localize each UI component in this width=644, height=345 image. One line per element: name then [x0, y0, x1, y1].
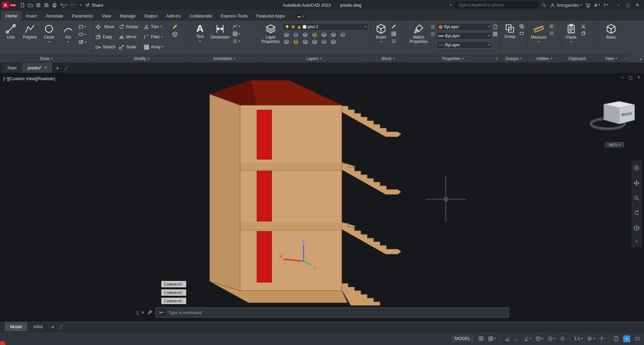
- stair-flight-3[interactable]: [342, 106, 401, 137]
- layout-tab-model[interactable]: Model: [5, 322, 27, 331]
- tab-parametric[interactable]: Parametric: [67, 11, 97, 21]
- steering-icon[interactable]: [634, 225, 640, 231]
- open-icon[interactable]: [28, 3, 33, 8]
- object-snap-toggle[interactable]: ▾: [548, 336, 555, 341]
- command-bar-grip[interactable]: ⣿: [136, 310, 139, 315]
- properties-palette-icon[interactable]: [493, 24, 498, 30]
- ribbon-collapse-icon[interactable]: ▴: [640, 58, 641, 60]
- layer-lock-tool-icon[interactable]: [312, 32, 317, 38]
- door-floor-1[interactable]: [257, 231, 272, 282]
- search-input[interactable]: [455, 2, 538, 8]
- file-tab-start[interactable]: Start: [2, 63, 22, 73]
- block-editor-button[interactable]: [391, 24, 396, 29]
- tab-view[interactable]: View: [97, 11, 115, 21]
- door-floor-2[interactable]: [257, 171, 272, 221]
- tab-collaborate[interactable]: Collaborate: [185, 11, 216, 21]
- annotation-visibility-toggle[interactable]: ▾: [587, 336, 595, 341]
- file-tab-predio[interactable]: predio* ×: [22, 63, 52, 73]
- leader-button[interactable]: ▾: [232, 24, 240, 29]
- polar-tracking-toggle[interactable]: ▾: [524, 336, 531, 341]
- command-bar-close-icon[interactable]: ×: [142, 310, 144, 315]
- layer-select[interactable]: piso 2 ▾: [283, 23, 368, 31]
- text-button[interactable]: A Text ▾: [192, 22, 208, 55]
- tab-insert[interactable]: Insert: [22, 11, 42, 21]
- new-drawing-icon[interactable]: [20, 3, 25, 8]
- layer-delete-icon[interactable]: [331, 39, 336, 45]
- ortho-toggle[interactable]: ∟: [515, 336, 519, 341]
- match-properties-button[interactable]: Match Properties: [408, 22, 429, 55]
- quick-calc-button[interactable]: [549, 31, 554, 36]
- stretch-button[interactable]: Stretch: [95, 44, 118, 50]
- model-space[interactable]: X Z Y BACK: [0, 73, 644, 321]
- annotation-more-button[interactable]: ▾: [232, 39, 240, 44]
- layer-properties-button[interactable]: Layer Properties: [260, 22, 282, 55]
- undo-button[interactable]: ▾: [60, 3, 67, 8]
- tab-output[interactable]: Output: [140, 11, 162, 21]
- group-edit-button[interactable]: [519, 31, 524, 36]
- layer-match-icon[interactable]: [321, 32, 327, 38]
- move-button[interactable]: Move: [95, 24, 118, 30]
- stair-flight-1[interactable]: [342, 223, 401, 254]
- panel-label-properties[interactable]: Properties▾↘: [406, 55, 499, 62]
- save-as-icon[interactable]: [44, 3, 49, 8]
- annotation-scale-select[interactable]: 1:1▾: [574, 336, 583, 341]
- ellipse-button[interactable]: ▾: [78, 32, 86, 37]
- share-button[interactable]: Share: [85, 3, 103, 8]
- lineweight-select[interactable]: ByLayer ▾: [436, 32, 492, 40]
- tab-annotate[interactable]: Annotate: [41, 11, 67, 21]
- left-wall[interactable]: [210, 94, 240, 291]
- properties-list-icon[interactable]: [430, 24, 435, 30]
- circle-button[interactable]: Circle ▾: [40, 22, 58, 55]
- drawing-close-icon[interactable]: ×: [638, 75, 640, 80]
- model-space-toggle[interactable]: MODEL: [451, 335, 474, 342]
- tab-featured-apps[interactable]: Featured Apps: [252, 11, 289, 21]
- command-input[interactable]: [168, 310, 508, 315]
- stair-flight-2[interactable]: [342, 164, 401, 194]
- group-button[interactable]: Group: [501, 22, 518, 55]
- close-button[interactable]: ✕: [633, 3, 642, 7]
- help-button[interactable]: ?▾: [603, 3, 608, 8]
- layer-thaw-icon[interactable]: [293, 39, 299, 45]
- copy-clip-button[interactable]: [581, 31, 586, 36]
- paste-button[interactable]: Paste ▾: [562, 22, 580, 55]
- view-panel-expand-icon[interactable]: ⌄: [625, 56, 627, 60]
- linetype-select[interactable]: ByLayer ▾: [436, 41, 492, 49]
- wcs-selector[interactable]: WCS▾: [604, 141, 625, 148]
- layer-freeze-tool-icon[interactable]: [303, 32, 308, 38]
- drawing-canvas[interactable]: X Z Y BACK [−][Custom View][Realistic]: [0, 73, 644, 321]
- layer-off-icon[interactable]: [284, 32, 289, 38]
- object-color-select[interactable]: ByLayer ▾: [436, 23, 492, 31]
- orbit-icon[interactable]: [634, 210, 640, 216]
- drawing-restore-icon[interactable]: ▢: [629, 75, 633, 80]
- minimize-button[interactable]: ─: [614, 3, 623, 7]
- panel-label-layers[interactable]: Layers▾: [258, 55, 370, 62]
- panel-label-clipboard[interactable]: Clipboard: [561, 55, 593, 62]
- hatch-button[interactable]: ▾: [78, 39, 86, 45]
- snap-toggle[interactable]: ▾: [488, 336, 496, 341]
- layer-walk-icon[interactable]: [284, 39, 289, 45]
- mirror-button[interactable]: Mirror: [118, 34, 143, 40]
- qat-customize-icon[interactable]: ▾: [80, 4, 82, 6]
- viewcube[interactable]: BACK: [591, 101, 635, 129]
- file-tab-menu-icon[interactable]: ╱: [62, 63, 69, 73]
- define-attributes-button[interactable]: [391, 31, 396, 37]
- nav-wheel-icon[interactable]: [634, 165, 640, 171]
- line-button[interactable]: Line: [2, 22, 20, 55]
- grid-toggle[interactable]: [478, 336, 484, 341]
- layout-tab-a3rd[interactable]: A3rd: [28, 322, 48, 331]
- layout-menu-icon[interactable]: ╱: [59, 324, 62, 329]
- ribbon-display-toggle[interactable]: ▬ ▾: [295, 14, 306, 19]
- isodraft-toggle[interactable]: ▾: [536, 336, 543, 341]
- properties-table-icon[interactable]: [493, 32, 498, 37]
- new-layout-button[interactable]: +: [51, 324, 54, 330]
- cart-icon[interactable]: [585, 3, 590, 8]
- search-expander-icon[interactable]: ▸: [450, 4, 451, 6]
- panel-label-groups[interactable]: Groups▾: [500, 55, 527, 62]
- properties-dialog-launcher-icon[interactable]: ↘: [495, 56, 498, 60]
- create-block-button[interactable]: [391, 39, 396, 44]
- floor-slab-2[interactable]: [240, 222, 356, 230]
- command-input-box[interactable]: >▾: [156, 307, 509, 318]
- new-file-tab-button[interactable]: +: [53, 63, 62, 73]
- hardware-acceleration-toggle[interactable]: [623, 335, 630, 342]
- layer-unlock-icon[interactable]: [303, 39, 308, 45]
